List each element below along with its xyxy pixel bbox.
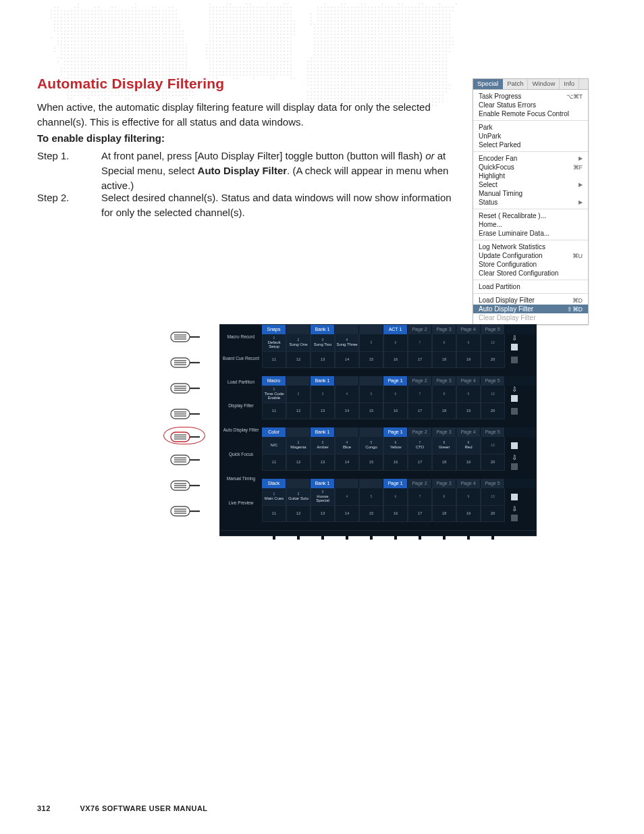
panel-color-cell-6[interactable]: 6Yellow <box>383 437 408 454</box>
panel-macro-cell-18[interactable]: 18 <box>432 403 456 419</box>
panel-snaps-page-3-chip[interactable]: Page 3 <box>432 325 456 334</box>
menu-item-park[interactable]: Park <box>473 123 588 132</box>
panel-snaps-cell-8[interactable]: 8 <box>432 334 456 352</box>
panel-snaps-cell-2[interactable]: 2Song One <box>286 334 311 352</box>
panel-stack-bank-chip[interactable]: Bank 1 <box>311 479 335 488</box>
menu-item-highlight[interactable]: Highlight <box>473 172 588 180</box>
panel-side-label-load-partition[interactable]: Load Partition <box>220 380 262 384</box>
panel-stack-page-5-chip[interactable]: Page 5 <box>481 479 505 488</box>
panel-snaps-cell-12[interactable]: 12 <box>286 352 311 368</box>
panel-color-cell-8[interactable]: 8Green <box>432 437 456 454</box>
panel-snaps-cell-15[interactable]: 15 <box>359 352 383 368</box>
panel-snaps-cell-10[interactable]: 10 <box>481 334 505 352</box>
menu-tab-window[interactable]: Window <box>528 79 560 89</box>
panel-macro-cell-14[interactable]: 14 <box>335 403 359 419</box>
panel-macro-cell-7[interactable]: 7 <box>408 386 432 403</box>
menu-item-encoder-fan[interactable]: Encoder Fan▶ <box>473 154 588 163</box>
panel-macro-cell-8[interactable]: 8 <box>432 386 456 403</box>
panel-stack-cell-9[interactable]: 9 <box>456 488 481 506</box>
panel-snaps-cell-20[interactable]: 20 <box>481 352 505 368</box>
menu-item-load-partition[interactable]: Load Partition <box>473 282 588 291</box>
panel-macro-cell-1[interactable]: 1Time Code Enable <box>262 386 286 403</box>
panel-color-cell-17[interactable]: 17 <box>408 454 432 471</box>
panel-macro-page-5-chip[interactable]: Page 5 <box>481 376 505 386</box>
panel-color-cell-7[interactable]: 7CTO <box>408 437 432 454</box>
panel-stack-cell-10[interactable]: 10 <box>481 488 505 506</box>
panel-snaps-page-5-chip[interactable]: Page 5 <box>481 325 505 334</box>
front-panel-toggle-manual-timing[interactable] <box>170 479 200 492</box>
panel-side-label-quick-focus[interactable]: Quick Focus <box>220 452 262 457</box>
panel-stack-cell-15[interactable]: 15 <box>359 506 383 522</box>
menu-item-manual-timing[interactable]: Manual Timing <box>473 189 588 198</box>
panel-snaps-cell-6[interactable]: 6 <box>383 334 408 352</box>
panel-macro-bank-chip[interactable]: Bank 1 <box>311 376 335 386</box>
panel-color-cell-9[interactable]: 9Red <box>456 437 481 454</box>
panel-snaps-cell-5[interactable]: 5 <box>359 334 383 352</box>
panel-color-cell-19[interactable]: 19 <box>456 454 481 471</box>
panel-color-cell-13[interactable]: 13 <box>311 454 335 471</box>
panel-stack-cell-19[interactable]: 19 <box>456 506 481 522</box>
panel-snaps-cell-17[interactable]: 17 <box>408 352 432 368</box>
menu-item-reset-recalibrate[interactable]: Reset ( Recalibrate )... <box>473 211 588 220</box>
panel-stack-cell-16[interactable]: 16 <box>383 506 408 522</box>
menu-item-erase-luminaire-data[interactable]: Erase Luminaire Data... <box>473 229 588 238</box>
panel-snaps-cell-7[interactable]: 7 <box>408 334 432 352</box>
panel-snaps-cell-9[interactable]: 9 <box>456 334 481 352</box>
menu-item-enable-remote-focus-control[interactable]: Enable Remote Focus Control <box>473 109 588 118</box>
panel-color-page-4-chip[interactable]: Page 4 <box>456 427 481 437</box>
panel-macro-cell-16[interactable]: 16 <box>383 403 408 419</box>
menu-item-clear-status-errors[interactable]: Clear Status Errors <box>473 101 588 109</box>
panel-macro-cell-17[interactable]: 17 <box>408 403 432 419</box>
panel-color-page-2-chip[interactable]: Page 2 <box>408 427 432 437</box>
panel-snaps-cell-4[interactable]: 4Song Three <box>335 334 359 352</box>
panel-stack-page-2-chip[interactable]: Page 2 <box>408 479 432 488</box>
menu-item-update-configuration[interactable]: Update Configuration⌘U <box>473 251 588 260</box>
menu-tab-special[interactable]: Special <box>473 79 503 89</box>
panel-macro-cell-9[interactable]: 9 <box>456 386 481 403</box>
panel-side-label-manual-timing[interactable]: Manual Timing <box>220 476 262 481</box>
panel-stack-title-chip[interactable]: Stack <box>262 479 286 488</box>
panel-color-page-3-chip[interactable]: Page 3 <box>432 427 456 437</box>
menu-item-quickfocus[interactable]: QuickFocus⌘F <box>473 163 588 172</box>
panel-stack-cell-20[interactable]: 20 <box>481 506 505 522</box>
panel-snaps-cell-3[interactable]: 3Song Two <box>311 334 335 352</box>
panel-macro-cell-15[interactable]: 15 <box>359 403 383 419</box>
panel-stack-cell-7[interactable]: 7 <box>408 488 432 506</box>
menu-item-select-parked[interactable]: Select Parked <box>473 140 588 149</box>
panel-color-cell-3[interactable]: 3Amber <box>311 437 335 454</box>
panel-macro-page-3-chip[interactable]: Page 3 <box>432 376 456 386</box>
panel-color-cell-5[interactable]: 5Congo <box>359 437 383 454</box>
panel-stack-cell-11[interactable]: 11 <box>262 506 286 522</box>
panel-snaps-title-chip[interactable]: Snaps <box>262 325 286 334</box>
panel-color-cell-10[interactable]: 10 <box>481 437 505 454</box>
menu-item-clear-stored-configuration[interactable]: Clear Stored Configuration <box>473 269 588 278</box>
panel-stack-cell-4[interactable]: 4 <box>335 488 359 506</box>
panel-stack-cell-8[interactable]: 8 <box>432 488 456 506</box>
panel-stack-cell-1[interactable]: 1Main Cues <box>262 488 286 506</box>
panel-snaps-cell-19[interactable]: 19 <box>456 352 481 368</box>
panel-color-first-page-chip[interactable]: Page 1 <box>383 427 408 437</box>
panel-snaps-page-2-chip[interactable]: Page 2 <box>408 325 432 334</box>
panel-stack-page-4-chip[interactable]: Page 4 <box>456 479 481 488</box>
panel-macro-cell-4[interactable]: 4 <box>335 386 359 403</box>
menu-item-unpark[interactable]: UnPark <box>473 132 588 140</box>
front-panel-toggle-display-filter[interactable] <box>170 408 200 420</box>
front-panel-toggle-quick-focus[interactable] <box>170 454 200 466</box>
panel-color-cell-15[interactable]: 15 <box>359 454 383 471</box>
panel-macro-cell-10[interactable]: 10 <box>481 386 505 403</box>
panel-color-cell-18[interactable]: 18 <box>432 454 456 471</box>
panel-stack-cell-18[interactable]: 18 <box>432 506 456 522</box>
menu-item-select[interactable]: Select▶ <box>473 180 588 189</box>
panel-macro-cell-20[interactable]: 20 <box>481 403 505 419</box>
panel-stack-cell-3[interactable]: 3House Special <box>311 488 335 506</box>
panel-snaps-cell-1[interactable]: 1Default Setup <box>262 334 286 352</box>
panel-macro-cell-5[interactable]: 5 <box>359 386 383 403</box>
menu-tab-info[interactable]: Info <box>560 79 579 89</box>
menu-tab-patch[interactable]: Patch <box>503 79 528 89</box>
panel-color-bank-chip[interactable]: Bank 1 <box>311 427 335 437</box>
panel-macro-cell-2[interactable]: 2 <box>286 386 311 403</box>
panel-color-cell-20[interactable]: 20 <box>481 454 505 471</box>
panel-color-cell-4[interactable]: 4Blue <box>335 437 359 454</box>
panel-color-cell-2[interactable]: 2Magenta <box>286 437 311 454</box>
panel-side-label-board-cue-record[interactable]: Board Cue Record <box>220 356 262 361</box>
